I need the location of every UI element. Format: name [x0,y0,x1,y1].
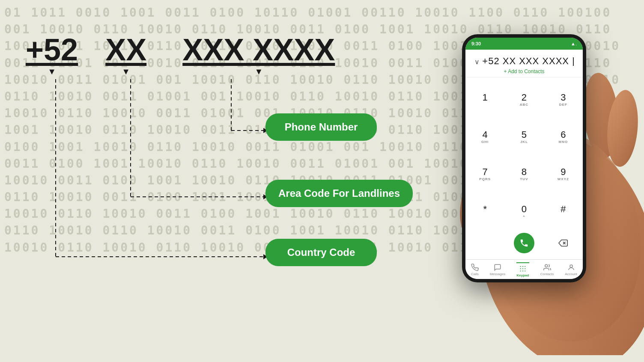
key-7[interactable]: 7 PQRS [465,156,504,193]
nav-account-label: Account [565,272,577,276]
phone-section: 9:30 ▲. ∨ +52 XX XXX XXXX + Add to Conta… [438,21,644,355]
keypad-active-indicator [516,262,529,263]
add-contact-button[interactable]: + Add to Contacts [471,68,578,74]
keypad-grid: 1 2 ABC 3 DEF 4 GHI 5 JKL [465,77,583,259]
key-8[interactable]: 8 TUV [504,156,543,193]
calls-icon [471,264,479,271]
account-icon [567,264,575,271]
key-hash[interactable]: # [544,193,583,230]
diagram-container: +52 ▼ XX ▼ XXX XXXX ▼ Phone Number Area … [0,0,415,362]
key-star[interactable]: * [465,193,504,230]
dialer-display-area[interactable]: ∨ +52 XX XXX XXXX + Add to Contacts [465,50,583,77]
svg-point-26 [570,265,572,267]
nav-account[interactable]: Account [565,264,577,276]
contacts-icon [543,264,551,271]
call-icon [519,238,529,248]
svg-point-24 [525,270,525,271]
status-bar: 9:30 ▲. [465,38,583,50]
key-4[interactable]: 4 GHI [465,118,504,155]
call-button[interactable] [514,233,534,253]
svg-point-18 [525,266,525,267]
nav-messages-label: Messages [490,272,505,276]
phone-frame: 9:30 ▲. ∨ +52 XX XXX XXXX + Add to Conta… [462,34,586,282]
dialer-number-text: +52 XX XXX XXXX [482,56,569,66]
svg-point-16 [520,266,521,267]
bottom-nav: Calls Messages [465,259,583,279]
key-1[interactable]: 1 [465,81,504,118]
svg-point-23 [522,270,523,271]
key-empty-left [465,230,504,256]
backspace-icon [558,238,568,248]
key-5[interactable]: 5 JKL [504,118,543,155]
status-icons: ▲. [571,41,577,46]
svg-point-21 [525,268,525,269]
messages-icon [494,264,501,271]
delete-button-container[interactable] [544,230,583,256]
phone-screen: 9:30 ▲. ∨ +52 XX XXX XXXX + Add to Conta… [465,38,583,279]
key-3[interactable]: 3 DEF [544,81,583,118]
delete-button[interactable] [558,238,568,248]
key-0[interactable]: 0 + [504,193,543,230]
nav-contacts[interactable]: Contacts [540,264,554,276]
key-6[interactable]: 6 MNO [544,118,583,155]
status-time: 9:30 [471,41,481,46]
cursor [573,57,574,66]
key-2[interactable]: 2 ABC [504,81,543,118]
svg-point-22 [520,270,521,271]
country-code-badge: Country Code [265,239,377,266]
svg-point-17 [522,266,523,267]
nav-keypad[interactable]: Keypad [516,262,529,277]
svg-point-25 [545,264,547,267]
nav-calls[interactable]: Calls [471,264,479,276]
key-9[interactable]: 9 WXYZ [544,156,583,193]
nav-messages[interactable]: Messages [490,264,505,276]
svg-point-20 [522,268,523,269]
call-button-container[interactable] [504,230,543,256]
nav-contacts-label: Contacts [540,272,554,276]
phone-number-badge: Phone Number [265,113,377,141]
area-code-badge: Area Code For Landlines [265,180,413,207]
svg-point-19 [520,268,521,269]
keypad-icon [519,265,527,273]
nav-calls-label: Calls [471,272,479,276]
dialer-number: ∨ +52 XX XXX XXXX [471,56,578,67]
nav-keypad-label: Keypad [517,273,529,277]
chevron-icon: ∨ [474,58,482,65]
